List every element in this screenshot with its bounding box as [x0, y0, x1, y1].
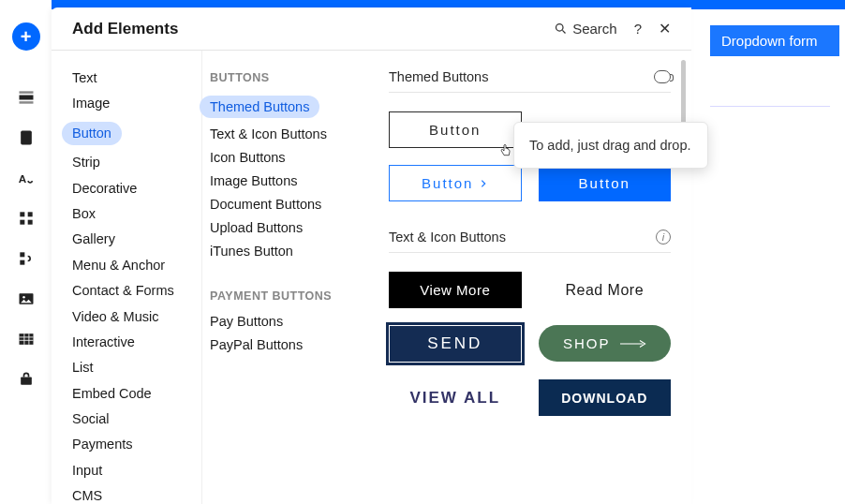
category-label: Video & Music — [72, 309, 158, 324]
category-label: Text — [72, 70, 97, 85]
svg-rect-9 — [20, 252, 24, 257]
preview-button-shop[interactable]: SHOP — [539, 325, 672, 362]
category-item-input[interactable]: Input — [72, 458, 201, 483]
category-item-box[interactable]: Box — [72, 201, 201, 227]
info-icon[interactable]: i — [656, 230, 671, 245]
preview-button-download[interactable]: DOWNLOAD — [539, 379, 672, 416]
svg-line-20 — [563, 30, 566, 33]
svg-rect-17 — [28, 334, 29, 345]
svg-rect-3 — [21, 131, 32, 145]
category-item-menu-anchor[interactable]: Menu & Anchor — [72, 253, 201, 278]
video-icon[interactable] — [654, 70, 671, 83]
subcategory-item-text-icon-buttons[interactable]: Text & Icon Buttons — [210, 123, 368, 145]
search-button[interactable]: Search — [554, 21, 617, 37]
preview-grid: View MoreRead MoreSENDSHOPVIEW ALLDOWNLO… — [389, 272, 671, 416]
preview-button-button[interactable]: Button — [389, 165, 522, 201]
close-icon[interactable]: ✕ — [659, 20, 671, 37]
svg-point-12 — [22, 296, 25, 299]
subcategory-header: BUTTONS — [210, 71, 368, 84]
section-header: Themed Buttons — [389, 69, 671, 93]
category-item-social[interactable]: Social — [72, 407, 201, 432]
category-item-payments[interactable]: Payments — [72, 432, 201, 457]
subcategory-item-image-buttons[interactable]: Image Buttons — [210, 170, 368, 192]
category-label: Button — [62, 122, 122, 145]
subcategory-item-pay-buttons[interactable]: Pay Buttons — [210, 310, 368, 333]
subcategory-column: BUTTONSThemed ButtonsText & Icon Buttons… — [201, 51, 368, 504]
panel-title: Add Elements — [72, 20, 554, 38]
category-label: Contact & Forms — [72, 283, 174, 298]
category-item-image[interactable]: Image — [72, 91, 201, 116]
preview-button-button[interactable]: Button — [539, 165, 672, 201]
plugin-icon[interactable] — [12, 245, 40, 273]
preview-button-label: Read More — [565, 282, 644, 299]
cursor-icon — [498, 142, 513, 163]
subcategory-label: Upload Buttons — [210, 220, 303, 235]
preview-button-label: SHOP — [563, 335, 611, 351]
subcategory-item-document-buttons[interactable]: Document Buttons — [210, 193, 368, 215]
search-icon — [554, 22, 568, 36]
svg-rect-15 — [19, 340, 33, 341]
preview-button-view-all[interactable]: VIEW ALL — [389, 379, 522, 416]
section-icon[interactable] — [12, 83, 40, 111]
category-label: Interactive — [72, 334, 135, 349]
svg-rect-13 — [19, 334, 33, 345]
preview-button-label: Button — [429, 122, 481, 138]
category-label: Decorative — [72, 181, 137, 196]
svg-rect-2 — [19, 101, 33, 104]
category-item-video-music[interactable]: Video & Music — [72, 304, 201, 330]
category-item-gallery[interactable]: Gallery — [72, 227, 201, 252]
category-item-button[interactable]: Button — [72, 117, 201, 150]
category-label: Strip — [72, 155, 100, 170]
category-item-strip[interactable]: Strip — [72, 150, 201, 175]
category-item-list[interactable]: List — [72, 355, 201, 380]
category-item-embed-code[interactable]: Embed Code — [72, 381, 201, 407]
preview-button-view-more[interactable]: View More — [389, 272, 522, 308]
category-item-contact-forms[interactable]: Contact & Forms — [72, 278, 201, 304]
subcategory-label: Icon Buttons — [210, 150, 286, 165]
section-title: Text & Icon Buttons — [389, 230, 506, 245]
category-label: Embed Code — [72, 386, 152, 401]
subcategory-item-icon-buttons[interactable]: Icon Buttons — [210, 146, 368, 169]
category-label: Box — [72, 206, 96, 221]
drag-tooltip: To add, just drag and drop. — [513, 122, 708, 169]
svg-rect-7 — [20, 220, 24, 225]
left-rail: + A — [0, 0, 52, 504]
preview-button-label: Button — [422, 175, 473, 191]
category-label: Social — [72, 411, 110, 426]
subcategory-item-upload-buttons[interactable]: Upload Buttons — [210, 216, 368, 239]
svg-rect-16 — [23, 334, 24, 345]
category-item-interactive[interactable]: Interactive — [72, 330, 201, 355]
subcategory-item-itunes-button[interactable]: iTunes Button — [210, 240, 368, 262]
subcategory-label: Text & Icon Buttons — [210, 126, 327, 141]
panel-header: Add Elements Search ? ✕ — [52, 7, 691, 51]
preview-button-send[interactable]: SEND — [389, 325, 522, 363]
svg-rect-18 — [21, 378, 32, 385]
dropdown-form-underline — [710, 106, 830, 107]
arrow-right-icon — [620, 339, 646, 348]
page-icon[interactable] — [12, 124, 40, 152]
preview-button-label: Button — [579, 175, 630, 191]
add-icon[interactable]: + — [12, 22, 40, 51]
category-item-text[interactable]: Text — [72, 66, 201, 91]
svg-rect-6 — [27, 212, 32, 216]
subcategory-item-themed-buttons[interactable]: Themed Buttons — [210, 92, 368, 122]
store-icon[interactable] — [12, 365, 40, 393]
data-icon[interactable] — [12, 325, 40, 353]
subcategory-label: iTunes Button — [210, 244, 293, 259]
category-item-decorative[interactable]: Decorative — [72, 176, 201, 201]
dropdown-form-chip[interactable]: Dropdown form — [710, 25, 839, 56]
preview-button-label: View More — [420, 282, 490, 298]
subcategory-label: Pay Buttons — [210, 314, 283, 329]
media-icon[interactable] — [12, 285, 40, 313]
category-column: TextImageButtonStripDecorativeBoxGallery… — [52, 51, 201, 504]
svg-rect-14 — [19, 337, 33, 338]
font-icon[interactable]: A — [12, 164, 40, 192]
svg-rect-0 — [19, 96, 33, 100]
category-item-cms[interactable]: CMS — [72, 483, 201, 504]
subcategory-item-paypal-buttons[interactable]: PayPal Buttons — [210, 334, 368, 356]
apps-icon[interactable] — [12, 204, 40, 232]
section-title: Themed Buttons — [389, 69, 488, 84]
preview-button-read-more[interactable]: Read More — [539, 272, 672, 308]
help-icon[interactable]: ? — [634, 21, 642, 37]
subcategory-label: PayPal Buttons — [210, 337, 303, 352]
